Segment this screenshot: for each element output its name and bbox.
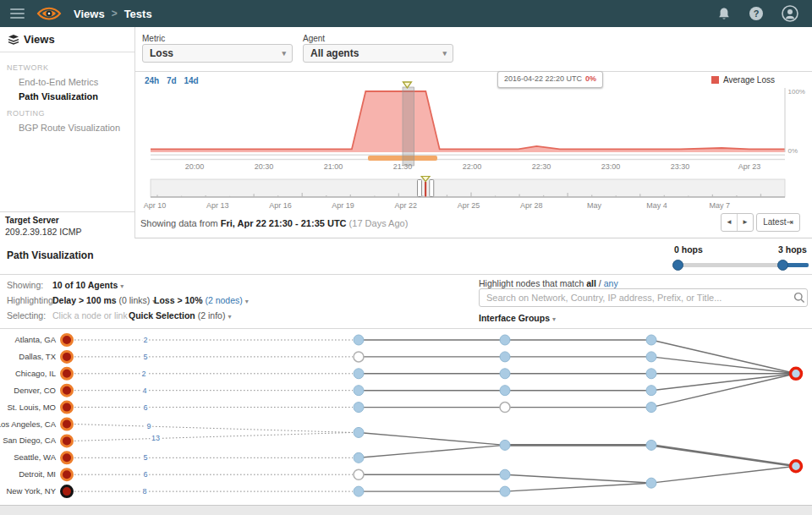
path-node[interactable]: [354, 427, 364, 437]
path-node-unresponsive[interactable]: [354, 352, 364, 362]
path-link[interactable]: [651, 466, 796, 483]
hops-slider-handle-min[interactable]: [672, 260, 683, 271]
loss-highlight-dropdown[interactable]: Loss > 10% (2 nodes)▾: [154, 295, 249, 305]
sidebar-item-end-to-end-metrics[interactable]: End-to-End Metrics: [19, 77, 98, 87]
path-node[interactable]: [354, 452, 364, 463]
sidebar-item-bgp-route-visualization[interactable]: BGP Route Visualization: [19, 123, 120, 133]
brush-handle-left[interactable]: [418, 180, 422, 197]
overview-tick-label: Apr 10: [144, 201, 167, 210]
path-link[interactable]: [505, 483, 651, 491]
x-tick-label: 22:00: [463, 162, 482, 171]
hop-count-label: 6: [143, 403, 147, 412]
hop-count-label: 2: [141, 370, 145, 378]
agent-dropdown[interactable]: All agents ▾: [303, 44, 453, 63]
path-link[interactable]: [359, 445, 505, 457]
help-icon[interactable]: ?: [749, 6, 764, 21]
agent-node[interactable]: [62, 402, 73, 413]
path-node[interactable]: [500, 440, 510, 450]
agent-node[interactable]: [62, 436, 73, 447]
hop-count-label: 13: [151, 434, 160, 442]
status-ago: (17 Days Ago): [349, 218, 409, 228]
path-link[interactable]: [651, 374, 796, 408]
path-node[interactable]: [646, 352, 656, 362]
agent-node[interactable]: [62, 486, 73, 497]
path-link[interactable]: [651, 445, 796, 466]
x-tick-label: Apr 23: [738, 162, 761, 171]
quick-selection: Quick Selection: [129, 310, 195, 321]
showing-agents-dropdown[interactable]: 10 of 10 Agents▾: [52, 280, 123, 290]
prev-round-button[interactable]: ◄: [721, 214, 737, 231]
path-graph[interactable]: 2Atlanta, GA5Dallas, TX2Chicago, IL4Denv…: [0, 328, 812, 506]
overview-tick-label: May 4: [646, 201, 667, 210]
agent-node[interactable]: [62, 419, 73, 430]
bell-icon[interactable]: [717, 7, 731, 21]
path-node[interactable]: [500, 335, 510, 345]
breadcrumb-tests[interactable]: Tests: [124, 8, 152, 20]
path-node-unresponsive[interactable]: [354, 469, 364, 479]
path-link[interactable]: [359, 432, 505, 445]
agent-node[interactable]: [62, 351, 73, 362]
path-node-unresponsive[interactable]: [500, 403, 510, 413]
path-node[interactable]: [500, 369, 510, 379]
agent-label: Seattle, WA: [14, 452, 56, 462]
path-node[interactable]: [354, 486, 364, 496]
thousandeyes-logo-icon[interactable]: [36, 5, 62, 22]
path-node[interactable]: [646, 403, 656, 413]
destination-node[interactable]: [791, 368, 802, 379]
agent-node[interactable]: [62, 385, 73, 396]
agent-label: Denver, CO: [14, 386, 56, 395]
hamburger-menu-icon[interactable]: [10, 6, 25, 21]
hidden-hops-link[interactable]: [74, 425, 353, 433]
sidebar-item-path-visualization[interactable]: Path Visualization: [19, 91, 98, 101]
user-avatar-icon[interactable]: [782, 5, 798, 22]
latest-button[interactable]: Latest⇥: [756, 213, 800, 232]
agent-node[interactable]: [62, 452, 73, 463]
chevron-down-icon: ▾: [245, 298, 249, 305]
breadcrumb-views[interactable]: Views: [74, 8, 105, 20]
overview-tick-label: Apr 13: [206, 201, 229, 210]
delay-highlight-dropdown[interactable]: Delay > 100 ms (0 links)▾: [52, 295, 156, 305]
agent-node[interactable]: [62, 335, 73, 346]
path-node[interactable]: [500, 386, 510, 396]
destination-node[interactable]: [791, 461, 802, 472]
quick-selection-dropdown[interactable]: Quick Selection (2 info)▾: [129, 310, 231, 321]
path-link[interactable]: [651, 357, 796, 374]
agent-node[interactable]: [62, 368, 73, 379]
path-node[interactable]: [354, 369, 364, 379]
interface-groups-dropdown[interactable]: Interface Groups▾: [479, 313, 556, 323]
hidden-hops-link[interactable]: [74, 432, 353, 441]
agent-label: Los Angeles, CA: [0, 419, 57, 429]
path-node[interactable]: [646, 478, 656, 488]
path-node[interactable]: [646, 369, 656, 379]
hop-count-label: 2: [143, 336, 147, 344]
time-selection-band[interactable]: [403, 87, 414, 166]
match-all-option[interactable]: all: [586, 278, 596, 288]
next-round-button[interactable]: ►: [737, 214, 753, 231]
loss-timeline-chart[interactable]: 20:0020:3021:0021:3022:0022:3023:0023:30…: [135, 71, 812, 178]
path-node[interactable]: [646, 335, 656, 345]
overview-timeline[interactable]: Apr 10Apr 13Apr 16Apr 19Apr 22Apr 25Apr …: [135, 176, 812, 213]
overview-tick-label: May 7: [710, 201, 731, 210]
search-icon[interactable]: [793, 292, 805, 304]
brush-handle-right[interactable]: [430, 180, 434, 197]
path-node[interactable]: [646, 440, 656, 450]
path-node[interactable]: [500, 352, 510, 362]
highlighting-label: Highlighting:: [7, 295, 56, 305]
path-node[interactable]: [354, 403, 364, 413]
path-node[interactable]: [500, 486, 510, 496]
match-any-option[interactable]: any: [604, 278, 618, 288]
path-node[interactable]: [646, 386, 656, 396]
search-input[interactable]: [479, 288, 808, 307]
path-link[interactable]: [651, 374, 796, 391]
metric-dropdown[interactable]: Loss ▾: [142, 44, 293, 63]
loss-nodes-count[interactable]: (2 nodes): [205, 295, 242, 305]
path-link[interactable]: [505, 474, 651, 483]
path-node[interactable]: [500, 469, 510, 479]
path-node[interactable]: [354, 386, 364, 396]
y-min-label: 0%: [788, 147, 798, 155]
path-node[interactable]: [354, 335, 364, 345]
path-link[interactable]: [651, 340, 796, 374]
agent-node[interactable]: [62, 469, 73, 480]
overview-tick-label: Apr 25: [458, 201, 480, 210]
hops-slider-handle-max[interactable]: [777, 260, 788, 271]
